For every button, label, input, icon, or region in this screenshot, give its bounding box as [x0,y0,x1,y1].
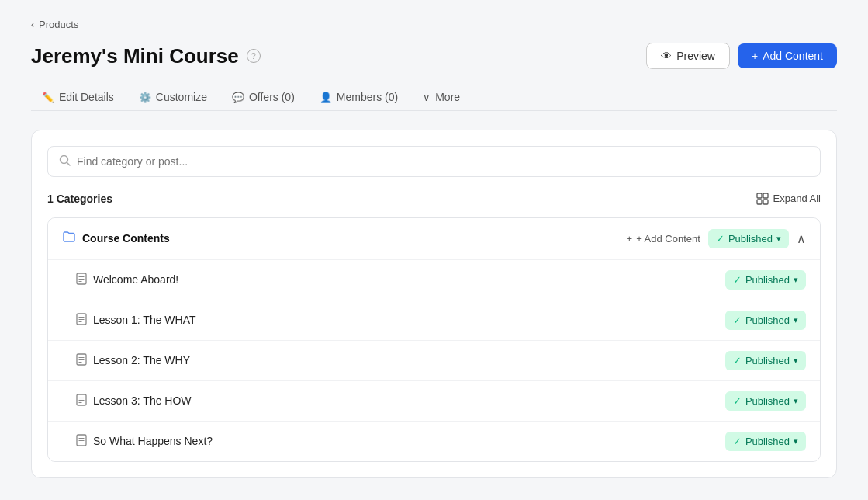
search-bar [47,146,821,177]
nav-tabs: ✏️ Edit Details ⚙️ Customize 💬 Offers (0… [31,85,837,111]
collapse-icon[interactable]: ∧ [797,231,806,246]
lesson-title-left: Lesson 2: The WHY [76,353,190,368]
plus-icon: + [752,50,758,62]
lesson-title-left: Lesson 3: The HOW [76,394,192,408]
categories-header: 1 Categories Expand All [47,193,821,205]
lesson-4-published-badge[interactable]: ✓ Published ▾ [725,432,806,451]
search-input[interactable] [77,155,809,168]
category-block: Course Contents + + Add Content ✓ Publis… [47,217,821,462]
breadcrumb[interactable]: ‹ Products [31,19,837,30]
category-add-content-button[interactable]: + + Add Content [627,233,700,245]
folder-icon [62,230,76,247]
tab-offers[interactable]: 💬 Offers (0) [221,85,306,111]
back-chevron-icon: ‹ [31,19,34,30]
check-icon: ✓ [733,436,742,447]
header-left: Jeremy's Mini Course ? [31,44,261,68]
check-icon: ✓ [733,314,742,326]
add-content-header-button[interactable]: + Add Content [738,43,837,68]
plus-small-icon: + [627,233,633,245]
lesson-title-left: Lesson 1: The WHAT [76,313,196,328]
customize-icon: ⚙️ [139,92,151,103]
lesson-title-left: So What Happens Next? [76,434,213,449]
page-title: Jeremy's Mini Course [31,44,239,68]
help-icon[interactable]: ? [247,49,261,63]
edit-icon: ✏️ [42,92,54,103]
check-icon: ✓ [733,355,742,366]
check-icon: ✓ [716,233,724,245]
lesson-0-published-badge[interactable]: ✓ Published ▾ [725,270,806,290]
category-published-badge[interactable]: ✓ Published ▾ [708,229,789,248]
caret-icon: ▾ [794,315,798,325]
expand-all-button[interactable]: Expand All [756,193,821,205]
svg-rect-5 [763,200,768,204]
lesson-1-published-badge[interactable]: ✓ Published ▾ [725,311,806,330]
breadcrumb-label: Products [39,19,78,30]
svg-line-1 [67,162,71,165]
tab-members[interactable]: 👤 Members (0) [309,85,409,111]
svg-rect-2 [757,193,762,198]
members-icon: 👤 [320,92,332,103]
lesson-doc-icon [76,273,87,287]
tab-customize[interactable]: ⚙️ Customize [128,85,218,111]
tab-edit-details[interactable]: ✏️ Edit Details [31,85,125,111]
tab-more[interactable]: ∨ More [412,85,471,111]
caret-icon: ▾ [794,436,798,446]
caret-icon: ▾ [794,356,798,366]
lesson-doc-icon [76,313,87,328]
eye-icon: 👁 [661,50,672,62]
category-header-right: + + Add Content ✓ Published ▾ ∧ [627,229,806,248]
list-item: Lesson 1: The WHAT ✓ Published ▾ [48,300,820,340]
header-actions: 👁 Preview + Add Content [646,43,837,69]
header-row: Jeremy's Mini Course ? 👁 Preview + Add C… [31,43,837,69]
category-header-row: Course Contents + + Add Content ✓ Publis… [48,218,820,259]
check-icon: ✓ [733,395,742,407]
content-card: 1 Categories Expand All [31,130,837,478]
lesson-3-published-badge[interactable]: ✓ Published ▾ [725,391,806,411]
lesson-doc-icon [76,353,87,368]
check-icon: ✓ [733,274,742,286]
lesson-doc-icon [76,394,87,408]
lesson-title-left: Welcome Aboard! [76,273,178,287]
caret-icon: ▾ [794,396,798,406]
preview-button[interactable]: 👁 Preview [646,43,730,69]
offers-icon: 💬 [232,92,244,103]
search-icon [59,155,71,168]
list-item: Welcome Aboard! ✓ Published ▾ [48,259,820,300]
category-title: Course Contents [62,230,170,247]
expand-all-icon [756,193,769,205]
list-item: Lesson 2: The WHY ✓ Published ▾ [48,340,820,380]
categories-count: 1 Categories [47,193,112,205]
svg-rect-4 [757,200,762,204]
list-item: Lesson 3: The HOW ✓ Published ▾ [48,380,820,421]
caret-icon: ▾ [776,234,781,244]
list-item: So What Happens Next? ✓ Published ▾ [48,421,820,461]
lesson-doc-icon [76,434,87,449]
more-chevron-icon: ∨ [423,92,431,103]
svg-rect-3 [763,193,768,198]
caret-icon: ▾ [794,275,798,285]
lesson-2-published-badge[interactable]: ✓ Published ▾ [725,351,806,370]
